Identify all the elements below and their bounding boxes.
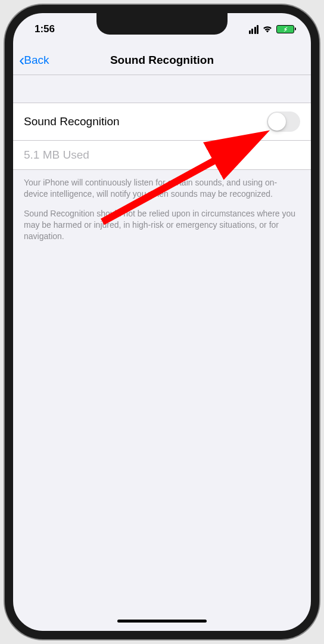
settings-group: Sound Recognition 5.1 MB Used	[13, 103, 311, 170]
back-label: Back	[24, 54, 49, 67]
toggle-label: Sound Recognition	[24, 115, 120, 128]
toggle-knob	[268, 113, 286, 131]
phone-frame: 1:56 ⚡︎ ‹ Back Sound Recognition	[5, 5, 319, 639]
back-button[interactable]: ‹ Back	[19, 52, 49, 69]
charging-icon: ⚡︎	[284, 26, 288, 33]
wifi-icon	[262, 25, 273, 33]
note-paragraph-1: Your iPhone will continuously listen for…	[24, 177, 300, 200]
storage-used: 5.1 MB Used	[13, 141, 311, 169]
page-title: Sound Recognition	[19, 54, 305, 67]
content: Sound Recognition 5.1 MB Used Your iPhon…	[13, 75, 311, 242]
notch	[96, 13, 228, 35]
sound-recognition-row[interactable]: Sound Recognition	[13, 103, 311, 141]
footer-note: Your iPhone will continuously listen for…	[13, 170, 311, 242]
home-indicator[interactable]	[117, 620, 207, 623]
nav-bar: ‹ Back Sound Recognition	[13, 45, 311, 75]
cellular-icon	[249, 25, 259, 34]
sound-recognition-toggle[interactable]	[267, 112, 300, 132]
screen: 1:56 ⚡︎ ‹ Back Sound Recognition	[13, 13, 311, 631]
battery-icon: ⚡︎	[276, 25, 294, 33]
note-paragraph-2: Sound Recognition should not be relied u…	[24, 208, 300, 242]
